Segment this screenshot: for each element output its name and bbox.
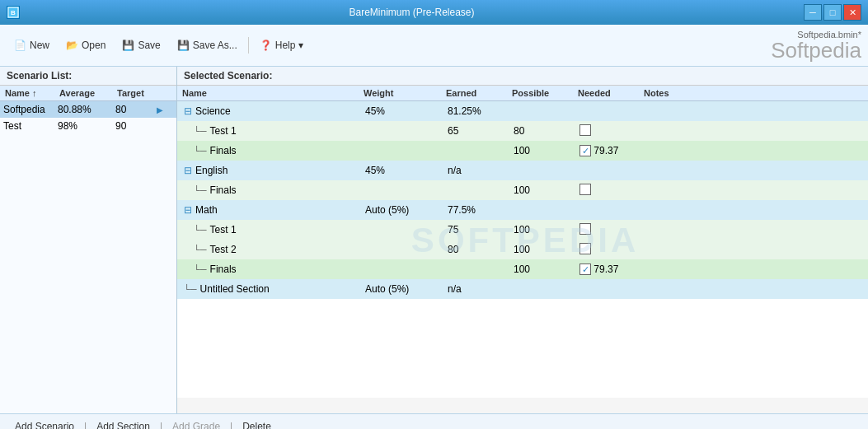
- expand-icon: ⊟: [184, 105, 192, 117]
- col-name-header: Name: [181, 88, 362, 98]
- col-possible-header: Possible: [510, 88, 576, 98]
- tree-prefix-icon: └─: [194, 126, 207, 136]
- item-earned: 80: [444, 244, 510, 255]
- delete-button[interactable]: Delete: [234, 417, 279, 430]
- grade-item-row[interactable]: └─Test 1 75 100: [177, 220, 868, 240]
- grade-item-row[interactable]: └─Finals 100 79.37: [177, 141, 868, 161]
- grade-table: Name Weight Earned Possible Needed Notes…: [177, 86, 868, 413]
- tree-prefix-icon: └─: [194, 225, 207, 235]
- grade-item-row[interactable]: └─Test 2 80 100: [177, 240, 868, 259]
- section-name: ⊟Math: [181, 204, 362, 216]
- selected-scenario-panel: Selected Scenario: Name Weight Earned Po…: [177, 67, 868, 413]
- minimize-button[interactable]: ─: [804, 4, 822, 21]
- needed-checkbox[interactable]: [579, 145, 591, 156]
- section-earned: n/a: [444, 165, 510, 176]
- col-name-header: Name ↑: [3, 88, 58, 98]
- help-button[interactable]: ❓ Help ▾: [252, 36, 311, 54]
- needed-checkbox[interactable]: [579, 243, 591, 254]
- grade-item-row[interactable]: └─Finals 100 79.37: [177, 259, 868, 279]
- col-notes-header: Notes: [642, 88, 865, 98]
- item-possible: 80: [510, 125, 576, 137]
- grade-item-row[interactable]: └─Test 1 65 80: [177, 121, 868, 141]
- empty-row: [177, 299, 868, 319]
- item-earned: 65: [444, 125, 510, 137]
- section-weight: 45%: [362, 105, 444, 117]
- app-icon: B: [7, 6, 20, 19]
- section-name: ⊟English: [181, 165, 362, 176]
- scenario-list-panel: Scenario List: Name ↑ Average Target Sof…: [0, 67, 177, 413]
- new-button[interactable]: 📄 New: [7, 36, 57, 54]
- col-average-header: Average: [58, 88, 115, 98]
- add-grade-button[interactable]: Add Grade: [164, 417, 228, 430]
- item-name: └─Test 1: [181, 125, 362, 137]
- empty-row: [177, 319, 868, 338]
- restore-button[interactable]: □: [823, 4, 842, 21]
- tree-prefix-icon: └─: [194, 185, 207, 195]
- empty-row: [177, 338, 868, 358]
- col-earned-header: Earned: [444, 88, 510, 98]
- add-scenario-button[interactable]: Add Scenario: [7, 417, 82, 430]
- save-button[interactable]: 💾 Save: [115, 36, 167, 54]
- filename-display: Softpedia.bmin* Softpedia: [771, 30, 861, 61]
- needed-checkbox[interactable]: [579, 263, 591, 275]
- item-name: └─Finals: [181, 184, 362, 196]
- title-bar-controls: ─ □ ✕: [804, 4, 861, 21]
- title-bar-title: BareMinimum (Pre-Release): [20, 7, 804, 18]
- grade-section-row[interactable]: ⊟Math Auto (5%) 77.5%: [177, 200, 868, 220]
- needed-checkbox[interactable]: [579, 184, 591, 195]
- add-section-button[interactable]: Add Section: [88, 417, 158, 430]
- open-button[interactable]: 📂 Open: [59, 36, 113, 54]
- item-name: └─Test 2: [181, 244, 362, 255]
- bottom-separator: |: [228, 421, 234, 430]
- scenario-arrow-icon: ▶: [157, 105, 173, 114]
- section-weight: 45%: [362, 165, 444, 176]
- empty-row: [177, 378, 868, 398]
- tree-prefix-icon: └─: [194, 245, 207, 254]
- main-area: Scenario List: Name ↑ Average Target Sof…: [0, 67, 868, 413]
- col-needed-header: Needed: [576, 88, 642, 98]
- scenario-list-columns: Name ↑ Average Target: [0, 86, 176, 101]
- grade-section-row[interactable]: └─Untitled Section Auto (5%) n/a: [177, 279, 868, 299]
- bottom-separator: |: [158, 421, 164, 430]
- grade-section-row[interactable]: ⊟English 45% n/a: [177, 161, 868, 180]
- app-wrapper: B BareMinimum (Pre-Release) ─ □ ✕ 📄 New …: [0, 0, 868, 429]
- tree-prefix-icon: └─: [194, 146, 207, 156]
- tree-prefix-icon: └─: [194, 264, 207, 274]
- save-as-button[interactable]: 💾 Save As...: [170, 36, 245, 54]
- item-name: └─Test 1: [181, 224, 362, 235]
- bottom-separator: |: [82, 421, 88, 430]
- item-earned: 75: [444, 224, 510, 235]
- item-possible: 100: [510, 145, 576, 156]
- scenario-name: Test: [3, 120, 58, 132]
- section-weight: Auto (5%): [362, 283, 444, 295]
- scenario-list-header: Scenario List:: [0, 67, 176, 86]
- item-needed: 79.37: [576, 263, 642, 276]
- grade-item-row[interactable]: └─Finals 100: [177, 180, 868, 200]
- item-possible: 100: [510, 263, 576, 275]
- needed-checkbox[interactable]: [579, 124, 591, 136]
- needed-checkbox[interactable]: [579, 223, 591, 235]
- item-name: └─Finals: [181, 263, 362, 275]
- item-name: └─Finals: [181, 145, 362, 156]
- scenario-target: 80: [115, 104, 157, 115]
- new-icon: 📄: [14, 40, 26, 51]
- grade-table-header: Name Weight Earned Possible Needed Notes: [177, 86, 868, 101]
- close-button[interactable]: ✕: [843, 4, 861, 21]
- svg-text:B: B: [11, 9, 16, 16]
- empty-row: [177, 358, 868, 378]
- toolbar: 📄 New 📂 Open 💾 Save 💾 Save As... ❓ Help …: [0, 25, 868, 67]
- scenario-average: 98%: [58, 120, 115, 132]
- col-target-header: Target: [115, 88, 157, 98]
- grade-section-row[interactable]: ⊟Science 45% 81.25%: [177, 101, 868, 121]
- scenario-row[interactable]: Test 98% 90: [0, 118, 176, 134]
- scenario-row[interactable]: Softpedia 80.88% 80 ▶: [0, 101, 176, 118]
- expand-icon: ⊟: [184, 165, 192, 176]
- section-earned: 77.5%: [444, 204, 510, 216]
- item-possible: 100: [510, 184, 576, 196]
- item-needed: [576, 184, 642, 198]
- title-bar-left: B: [7, 6, 20, 19]
- help-icon: ❓: [260, 40, 272, 51]
- open-icon: 📂: [66, 40, 78, 51]
- save-as-icon: 💾: [177, 40, 190, 51]
- bottom-bar: Add Scenario | Add Section | Add Grade |…: [0, 413, 868, 429]
